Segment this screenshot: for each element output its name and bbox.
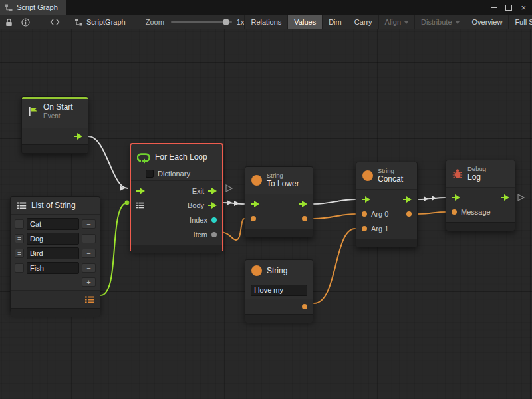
window-controls: × (491, 3, 532, 12)
index-port-label: Index (190, 216, 207, 224)
info-icon[interactable] (21, 18, 30, 27)
list-items: = − = − = − = − + (11, 214, 100, 290)
toolbar-divider (17, 17, 17, 27)
result-output-port[interactable] (406, 211, 412, 217)
list-item-input[interactable] (27, 233, 79, 245)
flow-out-port[interactable] (74, 133, 82, 140)
list-item-row: = − (11, 246, 100, 261)
node-footer (245, 314, 313, 323)
string-value-input[interactable] (251, 285, 307, 296)
flow-in-port[interactable] (136, 188, 145, 194)
tab-title: Script Graph (17, 3, 58, 11)
add-item-button[interactable]: + (82, 277, 96, 287)
node-footer (245, 229, 313, 237)
list-icon (17, 202, 27, 209)
node-footer (11, 308, 100, 317)
graph-name: ScriptGraph (86, 18, 126, 26)
zoom-slider[interactable] (171, 15, 232, 29)
node-title: To Lower (267, 180, 299, 189)
flow-out-port[interactable] (403, 196, 412, 203)
node-string-literal[interactable]: String (245, 259, 313, 321)
values-button[interactable]: Values (287, 15, 322, 29)
node-debug-log[interactable]: Debug Log Message (446, 160, 515, 231)
flow-out-port[interactable] (501, 194, 509, 201)
remove-item-button[interactable]: − (82, 234, 96, 243)
dim-button[interactable]: Dim (322, 15, 348, 29)
item-output-port[interactable] (211, 232, 217, 237)
close-icon[interactable]: × (521, 3, 526, 12)
message-input-port[interactable] (452, 209, 457, 215)
unity-script-graph-window: Script Graph × (0, 0, 532, 399)
list-item-input[interactable] (27, 247, 79, 259)
tab-script-graph[interactable]: Script Graph (0, 0, 66, 15)
exit-flow-out-port[interactable] (208, 188, 217, 194)
maximize-icon[interactable] (505, 5, 512, 11)
flag-icon (28, 106, 39, 117)
node-string-concat[interactable]: String Concat Arg 0 Arg 1 (356, 162, 418, 247)
message-label: Message (461, 208, 491, 216)
distribute-label: Distribute (421, 18, 452, 26)
node-title: Concat (378, 175, 403, 184)
arg0-label: Arg 0 (371, 210, 388, 218)
carry-button[interactable]: Carry (348, 15, 378, 29)
toolbar-buttons: Relations Values Dim Carry Align Distrib… (244, 15, 532, 29)
string-type-icon (362, 170, 373, 181)
value-output-port[interactable] (302, 304, 307, 309)
drag-handle[interactable]: = (15, 219, 24, 229)
code-view-icon[interactable] (50, 19, 60, 25)
lock-icon[interactable] (5, 18, 13, 27)
node-for-each-loop[interactable]: For Each Loop Dictionary Exit (130, 144, 223, 251)
zoom-slider-handle[interactable] (223, 19, 229, 25)
index-output-port[interactable] (211, 217, 217, 223)
node-category: Debug (467, 166, 486, 173)
full-screen-button[interactable]: Full Screen (508, 15, 532, 29)
flow-in-port[interactable] (452, 194, 460, 201)
flow-in-port[interactable] (251, 201, 259, 207)
flow-in-port[interactable] (362, 196, 370, 203)
node-footer (22, 144, 88, 153)
graph-toolbar: ScriptGraph Zoom 1x Relations Values Dim… (0, 15, 532, 30)
drag-handle[interactable]: = (15, 234, 24, 243)
node-string-to-lower[interactable]: String To Lower (245, 166, 313, 237)
overview-button[interactable]: Overview (466, 15, 509, 29)
target-input-port[interactable] (251, 216, 256, 221)
arg1-input-port[interactable] (362, 226, 367, 231)
list-output-port[interactable] (85, 296, 94, 303)
graph-icon (5, 4, 13, 11)
body-port-label: Body (188, 201, 204, 209)
node-list-of-string[interactable]: List of String = − = − = − = − (10, 196, 100, 313)
minimize-icon[interactable] (491, 7, 497, 8)
node-title: Log (467, 173, 486, 182)
dictionary-checkbox[interactable] (146, 170, 154, 178)
list-item-input[interactable] (27, 262, 79, 274)
relations-button[interactable]: Relations (244, 15, 287, 29)
breadcrumb-scriptgraph[interactable]: ScriptGraph (74, 18, 126, 26)
distribute-button[interactable]: Distribute (414, 15, 465, 29)
remove-item-button[interactable]: − (82, 263, 96, 273)
node-footer (446, 222, 515, 231)
chevron-down-icon (404, 21, 408, 24)
collection-input-port[interactable] (136, 202, 144, 209)
drag-handle[interactable]: = (15, 249, 24, 258)
align-button[interactable]: Align (378, 15, 414, 29)
flow-out-port[interactable] (299, 201, 307, 207)
list-item-input[interactable] (27, 218, 79, 230)
string-type-icon (251, 175, 262, 186)
drag-handle[interactable]: = (15, 263, 24, 273)
graph-icon (74, 19, 83, 26)
remove-item-button[interactable]: − (82, 219, 96, 229)
node-subtitle: Event (43, 112, 73, 120)
remove-item-button[interactable]: − (82, 249, 96, 258)
zoom-value: 1x (237, 18, 245, 26)
exit-port-label: Exit (192, 187, 204, 195)
node-category: String (378, 168, 403, 175)
chevron-down-icon (456, 21, 460, 24)
body-flow-out-port[interactable] (208, 202, 217, 209)
list-item-row: = − (11, 261, 100, 275)
arg0-input-port[interactable] (362, 211, 367, 217)
node-footer (356, 239, 417, 247)
node-category: String (267, 172, 299, 180)
zoom-label: Zoom (146, 18, 164, 26)
node-on-start[interactable]: On Start Event (21, 96, 88, 154)
result-output-port[interactable] (302, 216, 307, 221)
